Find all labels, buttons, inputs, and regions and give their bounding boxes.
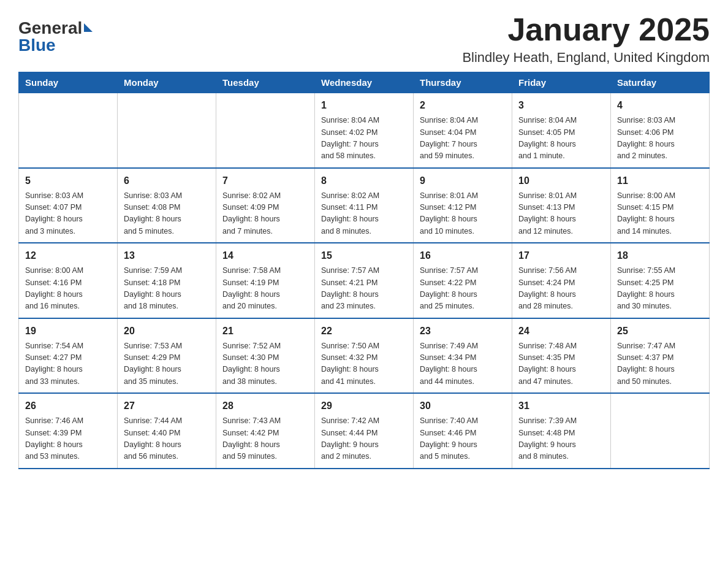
calendar-day-cell: 19Sunrise: 7:54 AM Sunset: 4:27 PM Dayli… xyxy=(19,318,118,394)
day-number: 4 xyxy=(617,98,703,113)
day-sun-info: Sunrise: 7:39 AM Sunset: 4:48 PM Dayligh… xyxy=(518,415,604,463)
day-sun-info: Sunrise: 7:43 AM Sunset: 4:42 PM Dayligh… xyxy=(222,415,308,463)
calendar-day-cell: 10Sunrise: 8:01 AM Sunset: 4:13 PM Dayli… xyxy=(512,168,611,243)
calendar-day-cell: 5Sunrise: 8:03 AM Sunset: 4:07 PM Daylig… xyxy=(19,168,118,243)
day-sun-info: Sunrise: 8:03 AM Sunset: 4:06 PM Dayligh… xyxy=(617,115,703,163)
day-sun-info: Sunrise: 7:48 AM Sunset: 4:35 PM Dayligh… xyxy=(518,340,604,388)
day-sun-info: Sunrise: 7:57 AM Sunset: 4:22 PM Dayligh… xyxy=(420,265,506,313)
calendar-day-cell: 6Sunrise: 8:03 AM Sunset: 4:08 PM Daylig… xyxy=(118,168,216,243)
calendar-day-cell: 1Sunrise: 8:04 AM Sunset: 4:02 PM Daylig… xyxy=(315,93,414,168)
calendar-day-cell: 22Sunrise: 7:50 AM Sunset: 4:32 PM Dayli… xyxy=(315,318,414,394)
calendar-day-cell: 3Sunrise: 8:04 AM Sunset: 4:05 PM Daylig… xyxy=(512,93,611,168)
day-sun-info: Sunrise: 8:02 AM Sunset: 4:11 PM Dayligh… xyxy=(321,190,407,238)
day-sun-info: Sunrise: 7:56 AM Sunset: 4:24 PM Dayligh… xyxy=(518,265,604,313)
calendar-day-cell: 16Sunrise: 7:57 AM Sunset: 4:22 PM Dayli… xyxy=(414,243,512,318)
calendar-week-row: 5Sunrise: 8:03 AM Sunset: 4:07 PM Daylig… xyxy=(19,168,710,243)
day-sun-info: Sunrise: 7:53 AM Sunset: 4:29 PM Dayligh… xyxy=(124,340,210,388)
day-sun-info: Sunrise: 7:49 AM Sunset: 4:34 PM Dayligh… xyxy=(420,340,506,388)
day-number: 11 xyxy=(617,174,703,188)
day-number: 22 xyxy=(321,324,407,339)
day-sun-info: Sunrise: 7:42 AM Sunset: 4:44 PM Dayligh… xyxy=(321,415,407,463)
calendar-day-cell: 30Sunrise: 7:40 AM Sunset: 4:46 PM Dayli… xyxy=(414,393,512,469)
day-number: 27 xyxy=(124,399,210,413)
calendar-day-header: Sunday xyxy=(19,72,118,93)
day-number: 19 xyxy=(25,324,111,339)
calendar-day-cell: 11Sunrise: 8:00 AM Sunset: 4:15 PM Dayli… xyxy=(611,168,710,243)
day-sun-info: Sunrise: 8:02 AM Sunset: 4:09 PM Dayligh… xyxy=(222,190,308,238)
calendar-day-cell: 13Sunrise: 7:59 AM Sunset: 4:18 PM Dayli… xyxy=(118,243,216,318)
calendar-week-row: 1Sunrise: 8:04 AM Sunset: 4:02 PM Daylig… xyxy=(19,93,710,168)
day-number: 29 xyxy=(321,399,407,413)
day-sun-info: Sunrise: 8:04 AM Sunset: 4:05 PM Dayligh… xyxy=(518,115,604,163)
day-sun-info: Sunrise: 8:03 AM Sunset: 4:07 PM Dayligh… xyxy=(25,190,111,238)
day-number: 8 xyxy=(321,174,407,188)
day-sun-info: Sunrise: 7:58 AM Sunset: 4:19 PM Dayligh… xyxy=(222,265,308,313)
logo-blue-text: Blue xyxy=(18,36,56,55)
logo: General Blue xyxy=(18,18,93,55)
calendar-day-header: Monday xyxy=(118,72,216,93)
calendar-day-cell: 18Sunrise: 7:55 AM Sunset: 4:25 PM Dayli… xyxy=(611,243,710,318)
day-sun-info: Sunrise: 8:01 AM Sunset: 4:13 PM Dayligh… xyxy=(518,190,604,238)
day-sun-info: Sunrise: 7:50 AM Sunset: 4:32 PM Dayligh… xyxy=(321,340,407,388)
calendar-day-cell: 31Sunrise: 7:39 AM Sunset: 4:48 PM Dayli… xyxy=(512,393,611,469)
calendar-day-cell: 27Sunrise: 7:44 AM Sunset: 4:40 PM Dayli… xyxy=(118,393,216,469)
page-header: General Blue January 2025 Blindley Heath… xyxy=(18,12,710,66)
calendar-week-row: 19Sunrise: 7:54 AM Sunset: 4:27 PM Dayli… xyxy=(19,318,710,394)
day-sun-info: Sunrise: 8:04 AM Sunset: 4:02 PM Dayligh… xyxy=(321,115,407,163)
day-sun-info: Sunrise: 8:04 AM Sunset: 4:04 PM Dayligh… xyxy=(420,115,506,163)
calendar-day-cell: 7Sunrise: 8:02 AM Sunset: 4:09 PM Daylig… xyxy=(216,168,315,243)
day-number: 2 xyxy=(420,98,506,113)
calendar-day-cell: 14Sunrise: 7:58 AM Sunset: 4:19 PM Dayli… xyxy=(216,243,315,318)
day-number: 18 xyxy=(617,248,703,263)
calendar-day-cell: 4Sunrise: 8:03 AM Sunset: 4:06 PM Daylig… xyxy=(611,93,710,168)
month-title: January 2025 xyxy=(462,12,710,47)
day-number: 15 xyxy=(321,248,407,263)
day-number: 14 xyxy=(222,248,308,263)
day-sun-info: Sunrise: 7:40 AM Sunset: 4:46 PM Dayligh… xyxy=(420,415,506,463)
calendar-day-cell xyxy=(118,93,216,168)
day-number: 7 xyxy=(222,174,308,188)
calendar-day-cell: 26Sunrise: 7:46 AM Sunset: 4:39 PM Dayli… xyxy=(19,393,118,469)
day-number: 24 xyxy=(518,324,604,339)
calendar-day-cell: 12Sunrise: 8:00 AM Sunset: 4:16 PM Dayli… xyxy=(19,243,118,318)
day-number: 6 xyxy=(124,174,210,188)
calendar-day-cell: 24Sunrise: 7:48 AM Sunset: 4:35 PM Dayli… xyxy=(512,318,611,394)
location-subtitle: Blindley Heath, England, United Kingdom xyxy=(462,50,710,66)
calendar-day-cell: 8Sunrise: 8:02 AM Sunset: 4:11 PM Daylig… xyxy=(315,168,414,243)
day-sun-info: Sunrise: 8:00 AM Sunset: 4:16 PM Dayligh… xyxy=(25,265,111,313)
day-sun-info: Sunrise: 7:59 AM Sunset: 4:18 PM Dayligh… xyxy=(124,265,210,313)
day-sun-info: Sunrise: 8:00 AM Sunset: 4:15 PM Dayligh… xyxy=(617,190,703,238)
day-sun-info: Sunrise: 7:52 AM Sunset: 4:30 PM Dayligh… xyxy=(222,340,308,388)
calendar-day-cell: 21Sunrise: 7:52 AM Sunset: 4:30 PM Dayli… xyxy=(216,318,315,394)
day-number: 20 xyxy=(124,324,210,339)
title-section: January 2025 Blindley Heath, England, Un… xyxy=(462,12,710,66)
day-number: 5 xyxy=(25,174,111,188)
calendar-week-row: 12Sunrise: 8:00 AM Sunset: 4:16 PM Dayli… xyxy=(19,243,710,318)
calendar-week-row: 26Sunrise: 7:46 AM Sunset: 4:39 PM Dayli… xyxy=(19,393,710,469)
day-sun-info: Sunrise: 7:57 AM Sunset: 4:21 PM Dayligh… xyxy=(321,265,407,313)
day-number: 30 xyxy=(420,399,506,413)
day-sun-info: Sunrise: 8:01 AM Sunset: 4:12 PM Dayligh… xyxy=(420,190,506,238)
calendar-day-cell: 25Sunrise: 7:47 AM Sunset: 4:37 PM Dayli… xyxy=(611,318,710,394)
day-number: 28 xyxy=(222,399,308,413)
calendar-table: SundayMondayTuesdayWednesdayThursdayFrid… xyxy=(18,72,710,469)
calendar-day-cell: 20Sunrise: 7:53 AM Sunset: 4:29 PM Dayli… xyxy=(118,318,216,394)
day-sun-info: Sunrise: 8:03 AM Sunset: 4:08 PM Dayligh… xyxy=(124,190,210,238)
day-number: 12 xyxy=(25,248,111,263)
calendar-day-header: Saturday xyxy=(611,72,710,93)
calendar-day-cell: 2Sunrise: 8:04 AM Sunset: 4:04 PM Daylig… xyxy=(414,93,512,168)
day-number: 26 xyxy=(25,399,111,413)
day-sun-info: Sunrise: 7:55 AM Sunset: 4:25 PM Dayligh… xyxy=(617,265,703,313)
calendar-day-header: Wednesday xyxy=(315,72,414,93)
calendar-day-header: Thursday xyxy=(414,72,512,93)
calendar-day-cell: 17Sunrise: 7:56 AM Sunset: 4:24 PM Dayli… xyxy=(512,243,611,318)
calendar-day-cell: 28Sunrise: 7:43 AM Sunset: 4:42 PM Dayli… xyxy=(216,393,315,469)
calendar-day-cell xyxy=(611,393,710,469)
calendar-day-cell: 15Sunrise: 7:57 AM Sunset: 4:21 PM Dayli… xyxy=(315,243,414,318)
day-number: 16 xyxy=(420,248,506,263)
day-sun-info: Sunrise: 7:47 AM Sunset: 4:37 PM Dayligh… xyxy=(617,340,703,388)
day-sun-info: Sunrise: 7:46 AM Sunset: 4:39 PM Dayligh… xyxy=(25,415,111,463)
calendar-day-cell: 23Sunrise: 7:49 AM Sunset: 4:34 PM Dayli… xyxy=(414,318,512,394)
day-sun-info: Sunrise: 7:54 AM Sunset: 4:27 PM Dayligh… xyxy=(25,340,111,388)
day-number: 3 xyxy=(518,98,604,113)
